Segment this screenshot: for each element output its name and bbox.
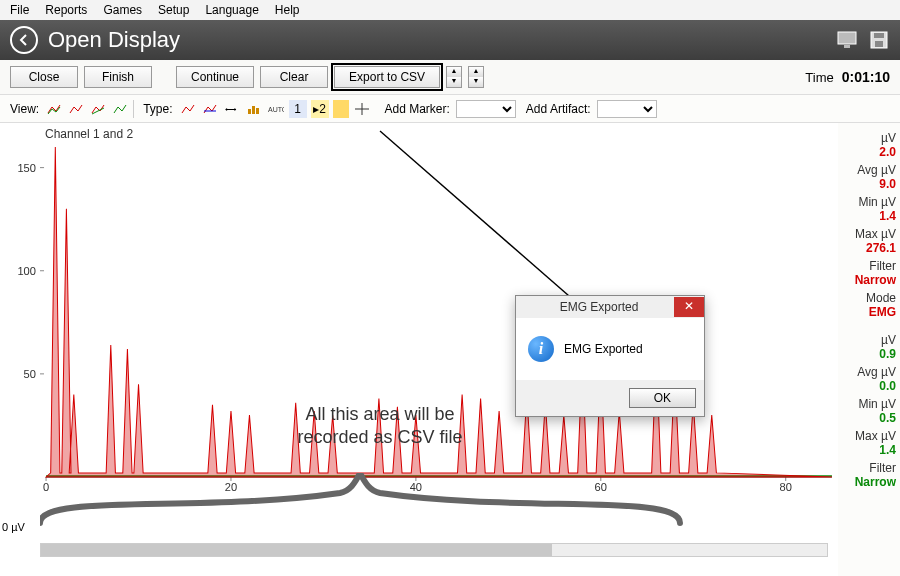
y-axis-unit: 0 µV [2, 521, 25, 533]
save-icon[interactable] [868, 29, 890, 51]
svg-text:50: 50 [24, 368, 36, 380]
type-line-icon[interactable] [179, 100, 197, 118]
chart-area: Channel 1 and 2 50100150020406080 0 µV A… [0, 123, 838, 576]
view-chart1-icon[interactable] [45, 100, 63, 118]
ch1-mode-label: Mode [842, 291, 896, 305]
view-chart4-icon[interactable] [111, 100, 129, 118]
add-artifact-label: Add Artifact: [526, 102, 591, 116]
ch2-min-label: Min µV [842, 397, 896, 411]
svg-rect-8 [256, 108, 259, 114]
ch1-filter-label: Filter [842, 259, 896, 273]
dialog-close-button[interactable]: ✕ [674, 297, 704, 317]
note-icon[interactable] [333, 100, 349, 118]
svg-text:AUTO: AUTO [268, 106, 284, 113]
svg-text:40: 40 [410, 481, 422, 493]
view-chart3-icon[interactable] [89, 100, 107, 118]
svg-rect-3 [874, 33, 884, 38]
ch2-avg: 0.0 [842, 379, 896, 393]
ch1-min: 1.4 [842, 209, 896, 223]
menu-help[interactable]: Help [275, 3, 300, 17]
chart-title: Channel 1 and 2 [45, 127, 133, 141]
svg-text:⟷: ⟷ [225, 105, 237, 114]
export-csv-button[interactable]: Export to CSV [334, 66, 440, 88]
marker-1-icon[interactable]: 1 [289, 100, 307, 118]
dialog-title: EMG Exported [524, 300, 674, 314]
toolbar-main: Close Finish Continue Clear Export to CS… [0, 60, 900, 95]
svg-rect-7 [252, 106, 255, 114]
menubar: File Reports Games Setup Language Help [0, 0, 900, 20]
ch1-mode: EMG [842, 305, 896, 319]
add-marker-select[interactable] [456, 100, 516, 118]
svg-rect-1 [844, 45, 850, 48]
crosshair-icon[interactable] [353, 100, 371, 118]
svg-text:20: 20 [225, 481, 237, 493]
scrollbar-thumb[interactable] [41, 544, 552, 556]
ch1-max: 276.1 [842, 241, 896, 255]
menu-language[interactable]: Language [205, 3, 258, 17]
type-bars-icon[interactable] [245, 100, 263, 118]
add-artifact-select[interactable] [597, 100, 657, 118]
ch1-uv-label: µV [842, 131, 896, 145]
menu-setup[interactable]: Setup [158, 3, 189, 17]
dialog-ok-button[interactable]: OK [629, 388, 696, 408]
ch1-filter: Narrow [842, 273, 896, 287]
ch1-max-label: Max µV [842, 227, 896, 241]
stats-sidebar: µV 2.0 Avg µV 9.0 Min µV 1.4 Max µV 276.… [838, 123, 900, 576]
dialog-emg-exported: EMG Exported ✕ i EMG Exported OK [515, 295, 705, 417]
ch2-min: 0.5 [842, 411, 896, 425]
emg-chart[interactable]: 50100150020406080 [40, 127, 838, 517]
main-area: Channel 1 and 2 50100150020406080 0 µV A… [0, 123, 900, 576]
ch1-avg-label: Avg µV [842, 163, 896, 177]
ch2-max-label: Max µV [842, 429, 896, 443]
ch2-filter: Narrow [842, 475, 896, 489]
type-label: Type: [143, 102, 172, 116]
svg-rect-4 [875, 41, 883, 47]
finish-button[interactable]: Finish [84, 66, 152, 88]
page-title: Open Display [48, 27, 826, 53]
ch1-avg: 9.0 [842, 177, 896, 191]
toolbar-view: View: Type: ⟷ AUTO 1 ▸2 Add Marker: Add … [0, 95, 900, 123]
back-button[interactable] [10, 26, 38, 54]
view-label: View: [10, 102, 39, 116]
ch2-avg-label: Avg µV [842, 365, 896, 379]
auto-icon[interactable]: AUTO [267, 100, 285, 118]
svg-text:150: 150 [17, 162, 36, 174]
continue-button[interactable]: Continue [176, 66, 254, 88]
marker-2-icon[interactable]: ▸2 [311, 100, 329, 118]
menu-reports[interactable]: Reports [45, 3, 87, 17]
ch1-uv: 2.0 [842, 145, 896, 159]
clear-button[interactable]: Clear [260, 66, 328, 88]
chart-h-scrollbar[interactable] [40, 543, 828, 557]
ch2-uv-label: µV [842, 333, 896, 347]
svg-text:60: 60 [595, 481, 607, 493]
view-chart2-icon[interactable] [67, 100, 85, 118]
add-marker-label: Add Marker: [385, 102, 450, 116]
ch2-filter-label: Filter [842, 461, 896, 475]
dialog-message: EMG Exported [564, 342, 643, 356]
menu-games[interactable]: Games [103, 3, 142, 17]
menu-file[interactable]: File [10, 3, 29, 17]
spinner-2[interactable]: ▲▼ [468, 66, 484, 88]
spinner-1[interactable]: ▲▼ [446, 66, 462, 88]
info-icon: i [528, 336, 554, 362]
ch2-max: 1.4 [842, 443, 896, 457]
svg-rect-0 [838, 32, 856, 44]
svg-text:80: 80 [780, 481, 792, 493]
svg-text:100: 100 [17, 265, 36, 277]
titlebar: Open Display [0, 20, 900, 60]
close-button[interactable]: Close [10, 66, 78, 88]
time-value: 0:01:10 [842, 69, 890, 85]
ch2-uv: 0.9 [842, 347, 896, 361]
type-multi-icon[interactable] [201, 100, 219, 118]
dialog-titlebar[interactable]: EMG Exported ✕ [516, 296, 704, 318]
monitor-icon[interactable] [836, 29, 858, 51]
time-label: Time [805, 70, 833, 85]
zoom-fit-icon[interactable]: ⟷ [223, 100, 241, 118]
svg-text:0: 0 [43, 481, 49, 493]
ch1-min-label: Min µV [842, 195, 896, 209]
svg-rect-6 [248, 109, 251, 114]
